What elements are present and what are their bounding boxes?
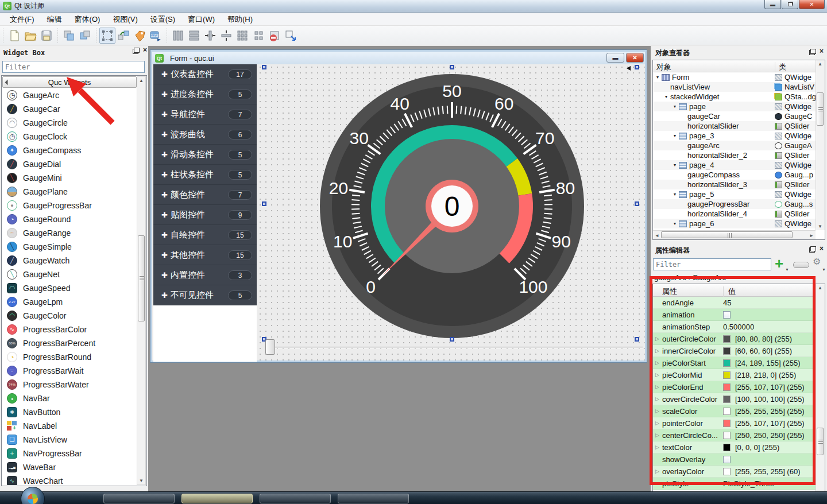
menu-item-0[interactable]: 文件(F): [5, 13, 40, 26]
expander-icon[interactable]: ▷: [655, 408, 662, 414]
tree-row-stackedWidget[interactable]: ▾stackedWidgetQSta...dg: [653, 92, 816, 102]
nav-item[interactable]: ✚不可见控件5: [153, 285, 257, 305]
tree-row-horizontalSlider_2[interactable]: horizontalSlider_2QSlider: [653, 150, 816, 160]
property-value[interactable]: [0, 0, 0] (255): [735, 443, 779, 452]
property-value[interactable]: 45: [723, 298, 731, 307]
dock-close-icon[interactable]: ×: [820, 246, 824, 251]
expander-icon[interactable]: ▷: [655, 420, 662, 426]
splitter-vertical-icon[interactable]: [218, 28, 234, 44]
scrollbar-thumb[interactable]: [817, 92, 824, 126]
dock-close-icon[interactable]: ×: [143, 48, 147, 53]
titlebar[interactable]: Qt Qt 设计师 ▬ ✕: [0, 0, 827, 13]
expander-icon[interactable]: ▾: [656, 75, 662, 80]
widget-list-item[interactable]: 60%ProgressBarPercent: [2, 336, 137, 350]
property-row-overlayColor[interactable]: ▷overlayColor[255, 255, 255] (60): [653, 466, 816, 478]
tree-row-page_6[interactable]: ▾page_6QWidge: [653, 219, 816, 228]
widget-list-item[interactable]: ╲GaugeNet: [2, 267, 137, 281]
tree-row-page[interactable]: ▾pageQWidge: [653, 102, 816, 111]
selection-handle[interactable]: [635, 201, 639, 206]
stacked-squares-icon[interactable]: [77, 28, 93, 44]
property-value[interactable]: [255, 107, 107] (255): [735, 419, 805, 428]
widget-list-item[interactable]: ∿WaveChart: [2, 474, 137, 485]
buddies-icon[interactable]: [132, 28, 148, 44]
property-value[interactable]: [255, 255, 255] (255): [735, 407, 805, 416]
widget-list-item[interactable]: ∿ProgressBarColor: [2, 323, 137, 336]
widget-list-item[interactable]: ◠GaugeCircle: [2, 116, 137, 130]
expander-icon[interactable]: ▾: [665, 94, 670, 99]
tree-hscrollbar[interactable]: ◄ ►: [653, 230, 816, 239]
scroll-right-icon[interactable]: ►: [807, 233, 816, 238]
dock-close-icon[interactable]: ×: [820, 49, 824, 54]
taskbar-button-3[interactable]: [260, 494, 331, 503]
expander-icon[interactable]: ▷: [655, 468, 662, 474]
tree-row-gaugeArc[interactable]: gaugeArcGaugeA: [653, 141, 816, 150]
configure-wrench-icon[interactable]: ⚙: [813, 256, 821, 267]
widget-list-item[interactable]: ◷GaugeClock: [2, 130, 137, 144]
save-file-icon[interactable]: [38, 28, 55, 44]
widget-list-item[interactable]: ⁙GaugeRange: [2, 226, 137, 240]
nav-item[interactable]: ✚贴图控件9: [153, 205, 257, 225]
widget-list-item[interactable]: ╱GaugeCar: [2, 102, 137, 116]
nav-item[interactable]: ✚滑动条控件5: [153, 145, 257, 165]
expander-icon[interactable]: ▷: [655, 372, 662, 378]
property-row-pieStyle[interactable]: pieStylePieStyle_Three: [653, 478, 816, 490]
property-value[interactable]: [100, 100, 100] (255): [735, 395, 805, 404]
nav-item[interactable]: ✚内置控件3: [153, 265, 257, 285]
nav-item[interactable]: ✚柱状条控件5: [153, 165, 257, 185]
expander-icon[interactable]: ▷: [655, 396, 662, 402]
menu-item-6[interactable]: 帮助(H): [222, 13, 258, 26]
expander-icon[interactable]: ▷: [655, 336, 662, 342]
edit-widgets-icon[interactable]: [99, 28, 115, 44]
expander-icon[interactable]: ▾: [674, 133, 679, 138]
nav-item[interactable]: ✚进度条控件5: [153, 84, 257, 104]
form-window[interactable]: Qt Form - quc.ui ▬ ✕ ✚仪表盘控件17✚进度条控件5✚导航控…: [150, 49, 647, 363]
column-object[interactable]: 对象: [656, 62, 671, 72]
property-value[interactable]: [218, 218, 0] (255): [735, 371, 796, 379]
nav-listview-widget[interactable]: ✚仪表盘控件17✚进度条控件5✚导航控件7✚波形曲线6✚滑动条控件5✚柱状条控件…: [153, 64, 257, 362]
close-button[interactable]: ✕: [799, 0, 825, 9]
signals-slots-icon[interactable]: [115, 28, 132, 44]
property-row-endAngle[interactable]: endAngle45: [653, 297, 816, 309]
tree-row-page_5[interactable]: ▾page_5QWidge: [653, 189, 816, 199]
taskbar-button-1[interactable]: [103, 494, 175, 503]
property-value[interactable]: 0.500000: [723, 323, 754, 331]
column-value[interactable]: 值: [723, 286, 736, 297]
property-row-animationStep[interactable]: animationStep0.500000: [653, 321, 816, 333]
widget-category-header[interactable]: Quc Widgets: [2, 76, 137, 88]
splitter-horizontal-icon[interactable]: [202, 28, 218, 44]
selection-handle[interactable]: [635, 337, 639, 342]
scroll-down-icon[interactable]: ▼: [137, 478, 145, 483]
checkbox-unchecked[interactable]: [723, 311, 731, 319]
minimize-button[interactable]: ▬: [764, 0, 781, 9]
taskbar-button-4[interactable]: [338, 494, 409, 503]
widget-list-item[interactable]: ◔ProgressBarRound: [2, 350, 137, 364]
widget-list-item[interactable]: +NavLabel: [2, 419, 137, 433]
column-class[interactable]: 类: [775, 62, 786, 72]
property-row-pointerColor[interactable]: ▷pointerColor[255, 107, 107] (255): [653, 417, 816, 429]
widget-list-item[interactable]: ✱NavButton: [2, 405, 137, 419]
layout-grid-small-icon[interactable]: [250, 28, 266, 44]
property-vscrollbar[interactable]: ▲ ▼: [816, 284, 825, 504]
expander-icon[interactable]: ▷: [655, 348, 662, 354]
widget-list-item[interactable]: ✦GaugeCompass: [2, 144, 137, 157]
dock-float-icon[interactable]: [134, 48, 140, 53]
property-value[interactable]: [250, 250, 250] (255): [735, 431, 805, 440]
tree-row-horizontalSlider_4[interactable]: horizontalSlider_4QSlider: [653, 209, 816, 219]
tree-row-page_3[interactable]: ▾page_3QWidge: [653, 131, 816, 141]
property-value[interactable]: [255, 255, 255] (60): [735, 467, 800, 476]
widget-list-item[interactable]: ▁▃▅WaveBar: [2, 460, 137, 474]
horizontal-slider-handle[interactable]: [265, 339, 275, 355]
restore-button[interactable]: [782, 0, 798, 9]
dock-float-icon[interactable]: [810, 49, 816, 54]
scroll-up-icon[interactable]: ▲: [816, 61, 824, 67]
widget-list-item[interactable]: +NavProgressBar: [2, 447, 137, 460]
widget-list-item[interactable]: ╱GaugeDial: [2, 157, 137, 171]
widget-list-item[interactable]: ◠GaugeColor: [2, 309, 137, 323]
scroll-left-icon[interactable]: ◄: [653, 233, 661, 238]
form-titlebar[interactable]: Qt Form - quc.ui ▬ ✕: [152, 52, 645, 64]
property-filter-input[interactable]: [653, 258, 771, 270]
expander-icon[interactable]: ▷: [655, 384, 662, 390]
adjust-size-icon[interactable]: [283, 28, 299, 44]
nav-item[interactable]: ✚波形曲线6: [153, 125, 257, 145]
open-folder-icon[interactable]: [22, 28, 38, 44]
